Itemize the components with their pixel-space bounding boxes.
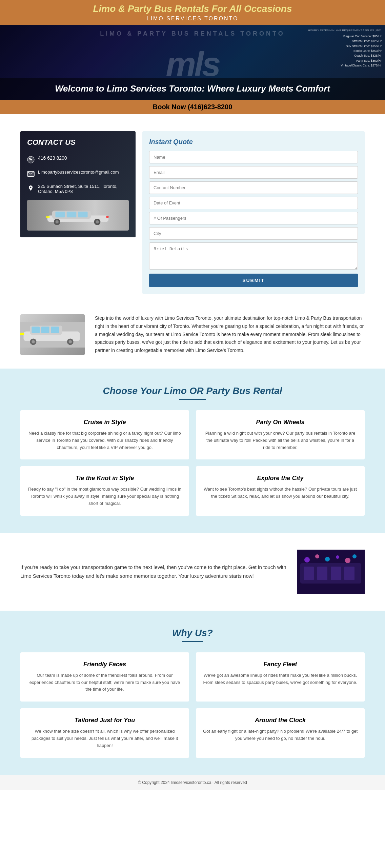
why-card-title-0: Friendly Faces [27,661,182,668]
svg-rect-16 [32,327,40,333]
why-card-0: Friendly Faces Our team is made up of so… [20,652,189,702]
svg-point-30 [345,558,350,563]
svg-rect-35 [344,567,354,580]
svg-point-28 [325,557,330,561]
svg-point-10 [96,220,99,223]
why-card-1: Fancy Fleet We've got an awesome lineup … [196,652,365,702]
header-top: Limo & Party Bus Rentals For All Occasio… [0,0,385,25]
submit-button[interactable]: SUBMIT [149,274,358,287]
contact-phone-item: 416 623 8200 [27,155,129,163]
city-input[interactable] [149,227,358,240]
svg-rect-17 [41,327,49,333]
contact-email[interactable]: Limopartybusservicestoronto@gmail.com [38,170,119,175]
why-card-title-2: Tailored Just for You [27,717,182,724]
contact-email-item: Limopartybusservicestoronto@gmail.com [27,170,129,178]
choose-card-title-3: Explore the City [203,475,358,482]
contact-limo-image [27,200,129,231]
svg-rect-5 [67,212,77,217]
hero-section: LIMO & PARTY BUS RENTALS TORONTO mls HOU… [0,25,385,100]
why-divider [182,641,203,642]
choose-card-text-2: Ready to say "I do" in the most glamorou… [27,486,182,507]
book-now-bar[interactable]: Book Now (416)623-8200 [0,100,385,114]
choose-card-1: Party On Wheels Planning a wild night ou… [196,410,365,459]
footer: © Copyright 2024 limoservicestoronto.ca … [0,775,385,790]
contact-quote-section: CONTACT US 416 623 8200 Limopartybusserv… [0,124,385,301]
svg-rect-4 [56,212,65,217]
choose-divider [179,399,206,400]
choose-grid: Cruise in Style Need a classy ride for t… [20,410,365,516]
choose-card-text-1: Planning a wild night out with your crew… [203,430,358,451]
contact-heading: CONTACT US [27,138,129,147]
choose-card-title-2: Tie the Knot in Style [27,475,182,482]
choose-card-title-0: Cruise in Style [27,419,182,426]
choose-heading: Choose Your Limo OR Party Bus Rental [20,386,365,396]
why-card-title-3: Around the Clock [203,717,358,724]
svg-point-22 [69,340,72,343]
why-card-title-1: Fancy Fleet [203,661,358,668]
about-text: Step into the world of luxury with Limo … [95,314,365,355]
hero-welcome-text: Welcome to Limo Services Toronto: Where … [7,83,378,95]
svg-rect-18 [51,327,59,333]
cta-paragraph: If you're ready to take your transportat… [20,563,287,580]
svg-rect-23 [20,333,24,335]
svg-rect-11 [46,216,49,218]
hero-brand-text: LIMO & PARTY BUS RENTALS TORONTO [100,30,285,37]
svg-rect-32 [304,567,314,580]
details-textarea[interactable] [149,242,358,270]
cta-section: If you're ready to take your transportat… [0,533,385,611]
why-section: Why Us? Friendly Faces Our team is made … [0,611,385,775]
choose-card-0: Cruise in Style Need a classy ride for t… [20,410,189,459]
svg-point-29 [336,555,339,559]
contact-box: CONTACT US 416 623 8200 Limopartybusserv… [20,131,136,237]
why-card-text-1: We've got an awesome lineup of rides tha… [203,672,358,686]
svg-rect-34 [331,567,341,580]
choose-card-text-3: Want to see Toronto's best sights withou… [203,486,358,500]
svg-point-20 [32,340,35,343]
quote-form-heading: Instant Quote [149,138,358,146]
svg-rect-6 [78,212,88,217]
hero-logo: mls [166,45,219,84]
about-limo-svg [20,321,85,348]
date-input[interactable] [149,197,358,209]
contact-address: 225 Sumach Street, Suite 1511, Toronto, … [38,184,129,194]
why-card-2: Tailored Just for You We know that one s… [20,708,189,757]
svg-point-27 [315,554,319,558]
limo-car-svg [46,206,110,225]
why-heading: Why Us? [20,628,365,638]
email-icon [27,170,35,178]
contact-address-item: 225 Sumach Street, Suite 1511, Toronto, … [27,184,129,194]
party-bus-svg [297,550,365,594]
choose-card-title-1: Party On Wheels [203,419,358,426]
phone-icon [27,156,35,163]
choose-section: Choose Your Limo OR Party Bus Rental Cru… [0,369,385,533]
why-card-text-2: We know that one size doesn't fit all, w… [27,728,182,749]
contact-phone[interactable]: 416 623 8200 [38,155,67,161]
cta-text: If you're ready to take your transportat… [20,563,287,580]
svg-point-8 [56,220,59,223]
contact-number-input[interactable] [149,181,358,194]
passengers-input[interactable] [149,212,358,224]
about-paragraph: Step into the world of luxury with Limo … [95,314,365,355]
svg-point-26 [304,557,310,563]
why-grid: Friendly Faces Our team is made up of so… [20,652,365,758]
email-input[interactable] [149,166,358,179]
choose-card-2: Tie the Knot in Style Ready to say "I do… [20,466,189,515]
cta-image [297,550,365,594]
main-title: Limo & Party Bus Rentals For All Occasio… [7,3,378,14]
choose-card-3: Explore the City Want to see Toronto's b… [196,466,365,515]
quote-form-box: Instant Quote SUBMIT [142,131,365,294]
name-input[interactable] [149,151,358,163]
location-icon [27,184,35,192]
svg-rect-33 [317,567,327,580]
choose-card-text-0: Need a classy ride for that big corporat… [27,430,182,451]
why-card-text-0: Our team is made up of some of the frien… [27,672,182,693]
about-image [20,314,85,355]
svg-point-31 [352,554,357,558]
why-card-text-3: Got an early flight or a late-night part… [203,728,358,742]
about-section: Step into the world of luxury with Limo … [0,301,385,369]
book-now-text[interactable]: Book Now (416)623-8200 [153,103,232,111]
why-card-3: Around the Clock Got an early flight or … [196,708,365,757]
sub-title: LIMO SERVICES TORONTO [7,16,378,22]
svg-rect-12 [106,216,109,218]
footer-text: © Copyright 2024 limoservicestoronto.ca … [5,780,380,785]
